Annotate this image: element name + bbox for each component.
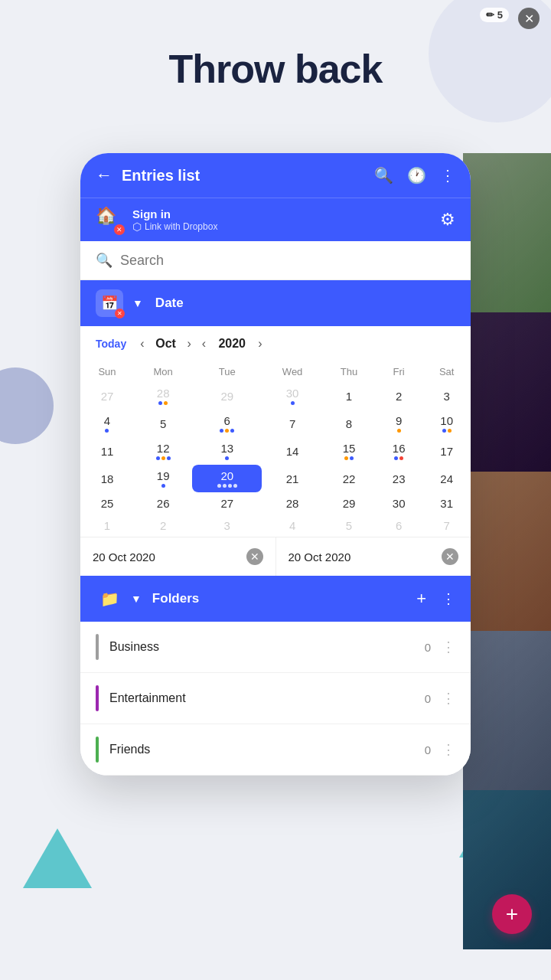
calendar-day[interactable]: 8: [323, 410, 375, 437]
folder-menu-button[interactable]: ⋮: [442, 741, 455, 758]
folders-more-button[interactable]: ⋮: [442, 590, 455, 607]
calendar-day[interactable]: 5: [323, 514, 375, 537]
calendar-day[interactable]: 22: [323, 465, 375, 492]
date-start[interactable]: 20 Oct 2020: [93, 550, 239, 564]
signin-title[interactable]: Sign in: [132, 207, 217, 220]
calendar-day[interactable]: 31: [422, 492, 471, 514]
prev-month-button[interactable]: ‹: [137, 335, 147, 352]
weekday-wed: Wed: [262, 361, 323, 382]
calendar-day[interactable]: 2: [375, 382, 423, 410]
badge-x: ✕: [117, 310, 122, 317]
calendar-day[interactable]: 29: [192, 382, 262, 410]
photo-slot-4[interactable]: [463, 631, 551, 790]
folder-name: Entertainment: [109, 691, 425, 705]
search-input[interactable]: [120, 253, 455, 269]
calendar-day[interactable]: 29: [323, 492, 375, 514]
search-button[interactable]: 🔍: [374, 166, 393, 185]
counter-value: 5: [497, 9, 503, 21]
add-folder-button[interactable]: +: [416, 589, 426, 609]
calendar-day[interactable]: 13: [192, 437, 262, 465]
calendar-day[interactable]: 27: [80, 382, 134, 410]
calendar-day[interactable]: 14: [262, 437, 323, 465]
calendar-week-row: 11121314151617: [80, 437, 471, 465]
calendar-day[interactable]: 28: [134, 382, 192, 410]
folder-item[interactable]: Business 0 ⋮: [80, 622, 471, 673]
calendar-day[interactable]: 26: [134, 492, 192, 514]
weekday-mon: Mon: [134, 361, 192, 382]
app-header: ← Entries list 🔍 🕐 ⋮: [80, 153, 471, 198]
date-section-icon: 📅 ✕: [96, 289, 123, 317]
calendar-day[interactable]: 16: [375, 437, 423, 465]
folder-item[interactable]: Entertainment 0 ⋮: [80, 673, 471, 724]
calendar-day[interactable]: 10: [422, 410, 471, 437]
calendar-day[interactable]: 23: [375, 465, 423, 492]
calendar-day[interactable]: 9: [375, 410, 423, 437]
more-button[interactable]: ⋮: [440, 166, 455, 185]
calendar-day[interactable]: 28: [262, 492, 323, 514]
calendar-day[interactable]: 17: [422, 437, 471, 465]
folder-count: 0: [425, 743, 431, 756]
page-title: Throw back: [0, 46, 551, 92]
today-button[interactable]: Today: [96, 338, 126, 350]
calendar-day[interactable]: 7: [422, 514, 471, 537]
calendar-week-row: 27282930123: [80, 382, 471, 410]
calendar-day[interactable]: 20: [192, 465, 262, 492]
settings-button[interactable]: ⚙: [440, 210, 455, 230]
next-month-button[interactable]: ›: [184, 335, 194, 352]
calendar-day[interactable]: 24: [422, 465, 471, 492]
calendar-day[interactable]: 25: [80, 492, 134, 514]
date-end[interactable]: 20 Oct 2020: [289, 550, 435, 564]
folder-count: 0: [425, 641, 431, 654]
app-title: Entries list: [122, 167, 365, 185]
photo-slot-3[interactable]: [463, 472, 551, 631]
calendar-day[interactable]: 6: [192, 410, 262, 437]
phone-container: ← Entries list 🔍 🕐 ⋮ 🏠 ✕ Sign in ⬡ Link …: [80, 153, 471, 776]
calendar-day[interactable]: 30: [375, 492, 423, 514]
back-button[interactable]: ←: [96, 165, 112, 185]
folder-item[interactable]: Friends 0 ⋮: [80, 724, 471, 776]
history-button[interactable]: 🕐: [407, 166, 426, 185]
calendar-week-row: 1234567: [80, 514, 471, 537]
clear-start-button[interactable]: ✕: [246, 548, 263, 565]
clear-end-button[interactable]: ✕: [442, 548, 458, 565]
folder-indicator: [96, 634, 99, 660]
folders-section-header[interactable]: 📁 ▼ Folders + ⋮: [80, 576, 471, 622]
bg-decoration-triangle-left: [23, 828, 92, 888]
year-label: 2020: [212, 337, 252, 351]
date-section-header[interactable]: 📅 ✕ ▼ Date: [80, 280, 471, 326]
date-section-title: Date: [155, 296, 184, 311]
next-year-button[interactable]: ›: [255, 335, 265, 352]
prev-year-button[interactable]: ‹: [199, 335, 209, 352]
calendar-day[interactable]: 18: [80, 465, 134, 492]
floating-action-button[interactable]: +: [492, 894, 532, 934]
weekday-sun: Sun: [80, 361, 134, 382]
calendar-day[interactable]: 3: [192, 514, 262, 537]
calendar-day[interactable]: 3: [422, 382, 471, 410]
calendar-day[interactable]: 19: [134, 465, 192, 492]
calendar-day[interactable]: 7: [262, 410, 323, 437]
calendar-day[interactable]: 27: [192, 492, 262, 514]
calendar-day[interactable]: 21: [262, 465, 323, 492]
calendar-grid: Sun Mon Tue Wed Thu Fri Sat 272829301234…: [80, 361, 471, 537]
photo-slot-1[interactable]: [463, 153, 551, 312]
calendar-day[interactable]: 5: [134, 410, 192, 437]
calendar-day[interactable]: 4: [80, 410, 134, 437]
calendar-day[interactable]: 11: [80, 437, 134, 465]
folder-menu-button[interactable]: ⋮: [442, 690, 455, 707]
calendar-day[interactable]: 6: [375, 514, 423, 537]
month-label: Oct: [151, 337, 181, 351]
calendar-day[interactable]: 15: [323, 437, 375, 465]
photo-slot-2[interactable]: [463, 312, 551, 472]
calendar-day[interactable]: 4: [262, 514, 323, 537]
folder-list: Business 0 ⋮ Entertainment 0 ⋮ Friends 0…: [80, 622, 471, 776]
folder-menu-button[interactable]: ⋮: [442, 639, 455, 655]
calendar-day[interactable]: 12: [134, 437, 192, 465]
calendar-day[interactable]: 2: [134, 514, 192, 537]
weekday-header-row: Sun Mon Tue Wed Thu Fri Sat: [80, 361, 471, 382]
calendar-day[interactable]: 30: [262, 382, 323, 410]
close-photo-button[interactable]: ✕: [518, 8, 540, 29]
home-icon-wrap: 🏠 ✕: [96, 206, 123, 234]
clear-start-icon: ✕: [250, 550, 259, 563]
calendar-day[interactable]: 1: [323, 382, 375, 410]
calendar-day[interactable]: 1: [80, 514, 134, 537]
